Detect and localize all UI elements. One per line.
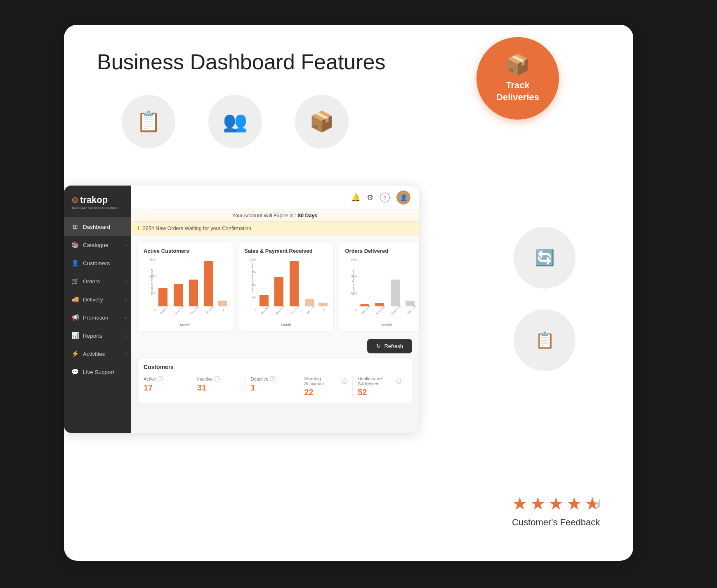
promotion-icon: 📢 (71, 314, 79, 321)
chart-x-label-2: Month (244, 323, 328, 327)
right-circle-routing: 🔄 (514, 227, 575, 289)
chart-title-active: Active Customers (144, 248, 227, 254)
expiry-banner: Your Account Will Expire in : 80 Days (131, 210, 419, 222)
stat-pending: Pending Activation i 22 (299, 376, 353, 397)
sidebar-label-promotion: Promotion (83, 315, 108, 321)
sidebar-label-customers: Customers (83, 260, 110, 266)
info-icon-active: i (158, 376, 163, 381)
hero-icon-billing: 📋 (122, 95, 175, 148)
sidebar-item-activities[interactable]: ⚡ Activities › (64, 345, 131, 363)
hero-icon-delivery: 📦 (295, 95, 349, 148)
customers-nav-icon: 👤 (71, 259, 79, 267)
stat-deactive: Deactive i 1 (246, 376, 300, 397)
stat-label-inactive: Inactive i (197, 376, 241, 381)
track-line2: Deliveries (496, 92, 539, 102)
sidebar-item-customers[interactable]: 👤 Customers (64, 254, 131, 272)
dashboard-icon: ⊞ (71, 223, 79, 230)
main-content: 🔔 ⚙ ? 👤 Your Account Will Expire in : 80… (131, 186, 419, 433)
chevron-right-icon-promotion: › (125, 315, 127, 320)
customers-section-title: Customers (144, 364, 406, 370)
info-icon-pending: i (342, 379, 347, 384)
sidebar-item-promotion[interactable]: 📢 Promotion › (64, 308, 131, 327)
sidebar: ⊙ trakop Track your Business Operations … (64, 186, 131, 433)
sidebar-logo: ⊙ trakop Track your Business Operations (64, 186, 131, 218)
chevron-right-icon-delivery: › (125, 297, 127, 302)
sidebar-label-delivery: Delivery (83, 296, 103, 303)
star-5-half: ★ ★ (585, 494, 600, 514)
refresh-label: Refresh (384, 343, 403, 349)
billing-icon: 📋 (136, 110, 161, 133)
sidebar-item-dashboard[interactable]: ⊞ Dashboard (64, 218, 131, 236)
stat-value-inactive: 31 (197, 383, 241, 393)
chevron-right-icon-activities: › (125, 352, 127, 356)
charts-section: Active Customers 4800 2500 350 0 Custome… (131, 235, 419, 336)
stat-active: Active i 17 (144, 376, 192, 397)
active-customers-chart: Active Customers 4800 2500 350 0 Custome… (137, 242, 233, 332)
main-card: Business Dashboard Features 📋 👥 📦 ⊙ trak… (64, 25, 633, 561)
star-rating: ★ ★ ★ ★ ★ ★ (512, 494, 600, 514)
sidebar-label-reports: Reports (83, 333, 102, 339)
chart-title-orders: Orders Delivered (345, 248, 419, 254)
reports-feature-icon: 📋 (535, 331, 554, 349)
track-deliveries-circle[interactable]: 📦 Track Deliveries (476, 37, 559, 120)
hero-icon-customers: 👥 (208, 95, 262, 148)
settings-icon[interactable]: ⚙ (367, 193, 373, 202)
stat-value-pending: 22 (304, 388, 347, 397)
chart-x-label-1: Month (144, 323, 227, 327)
customers-stats: Active i 17 Inactive i 31 (144, 376, 406, 397)
stat-label-active: Active i (144, 376, 187, 381)
feedback-label: Customer's Feedback (512, 517, 600, 528)
orders-delivered-chart: Orders Delivered 600k 400k 200k 0 Custom… (339, 242, 419, 332)
chevron-right-icon: › (125, 243, 127, 247)
logo-text: ⊙ trakop (71, 195, 123, 205)
customers-stats-section: Customers Active i 17 Inactive i (137, 358, 412, 403)
chart-title-sales: Sales & Payment Received (244, 248, 328, 254)
delivery-icon: 📦 (309, 110, 334, 133)
right-circle-reports: 📋 (514, 309, 575, 371)
refresh-button[interactable]: ↻ Refresh (367, 339, 412, 353)
stat-value-unallocated: 52 (358, 388, 401, 397)
track-circle-text: Track Deliveries (496, 80, 539, 103)
logo-subtitle: Track your Business Operations (71, 206, 123, 210)
notification-icon: ℹ (137, 225, 139, 231)
refresh-area: ↻ Refresh (131, 336, 419, 358)
sidebar-label-livesupport: Live Support (83, 369, 114, 375)
feedback-section: ★ ★ ★ ★ ★ ★ Customer's Feedback (512, 494, 600, 528)
info-icon-inactive: i (215, 376, 220, 381)
sidebar-label-catalogue: Catalogue (83, 242, 108, 248)
help-icon[interactable]: ? (380, 193, 390, 202)
stat-label-unallocated: Unallocated Addresses i (358, 376, 401, 386)
user-avatar[interactable]: 👤 (396, 191, 410, 205)
orders-icon: 🛒 (71, 278, 79, 285)
track-box-icon: 📦 (505, 53, 530, 76)
sidebar-item-delivery[interactable]: 🚚 Delivery › (64, 290, 131, 308)
sidebar-label-orders: Orders (83, 278, 100, 285)
notification-text: 2654 New Orders Waiting for your Confirm… (143, 226, 252, 231)
sidebar-label-dashboard: Dashboard (83, 224, 110, 230)
stat-value-active: 17 (144, 383, 187, 393)
stat-inactive: Inactive i 31 (192, 376, 246, 397)
sidebar-item-catalogue[interactable]: 📚 Catalogue › (64, 236, 131, 254)
dashboard-overlay: ⊙ trakop Track your Business Operations … (64, 186, 419, 433)
customers-icon: 👥 (223, 110, 248, 133)
stat-unallocated: Unallocated Addresses i 52 (353, 376, 406, 397)
reports-icon: 📊 (71, 332, 79, 339)
routing-icon: 🔄 (535, 249, 554, 267)
sidebar-item-reports[interactable]: 📊 Reports › (64, 327, 131, 345)
sidebar-item-livesupport[interactable]: 💬 Live Support (64, 363, 131, 381)
expiry-text: Your Account Will Expire in : (232, 213, 298, 219)
top-bar: 🔔 ⚙ ? 👤 (131, 186, 419, 210)
star-1: ★ (512, 494, 528, 514)
star-3: ★ (548, 494, 564, 514)
logo-icon: ⊙ (71, 195, 78, 205)
delivery-nav-icon: 🚚 (71, 296, 79, 303)
notification-bar: ℹ 2654 New Orders Waiting for your Confi… (131, 222, 419, 235)
chevron-right-icon-orders: › (125, 279, 127, 284)
livesupport-icon: 💬 (71, 368, 79, 376)
chevron-right-icon-reports: › (125, 334, 127, 338)
sound-icon[interactable]: 🔔 (351, 193, 360, 202)
activities-icon: ⚡ (71, 350, 79, 358)
chart-x-label-3: Month (345, 323, 419, 327)
star-2: ★ (530, 494, 546, 514)
sidebar-item-orders[interactable]: 🛒 Orders › (64, 272, 131, 290)
